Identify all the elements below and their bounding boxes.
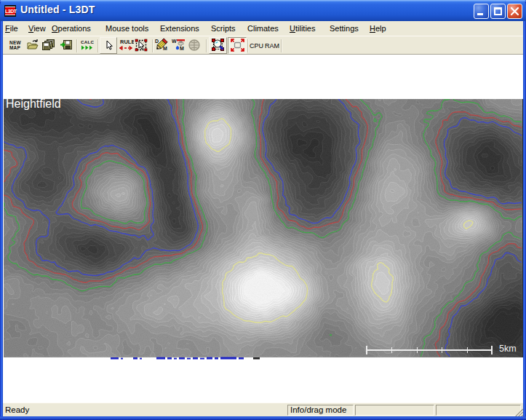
svg-text:D: D [155,39,159,44]
svg-text:M: M [180,46,184,51]
svg-text:W: W [172,39,177,44]
svg-text:RULE: RULE [120,39,134,45]
svg-text:M: M [163,46,167,51]
svg-text:CALC: CALC [81,39,95,44]
